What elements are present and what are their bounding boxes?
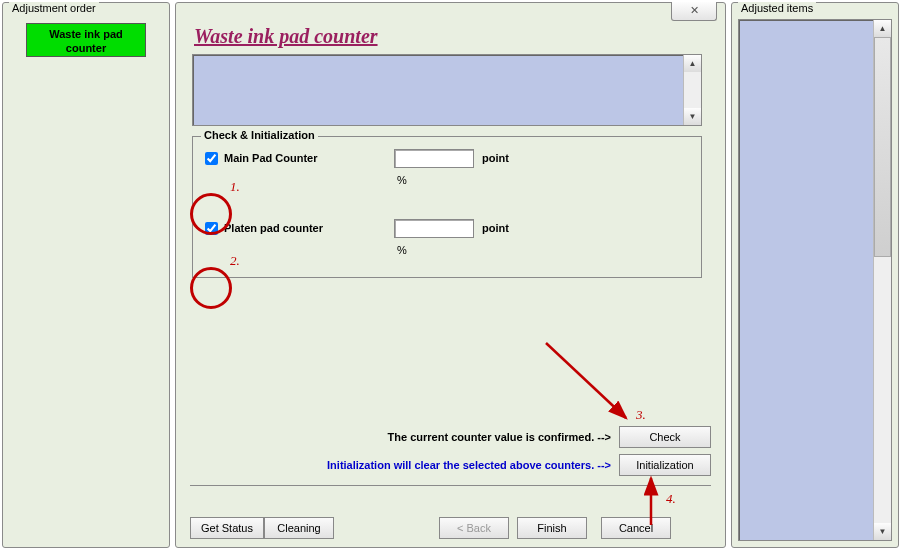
divider xyxy=(190,485,711,486)
scrollbar-thumb[interactable] xyxy=(874,37,891,257)
main-pad-point-unit: point xyxy=(482,152,509,164)
log-listbox[interactable]: ▲ ▼ xyxy=(192,54,702,126)
window-close-button[interactable]: ✕ xyxy=(671,2,717,21)
adjustment-order-title: Adjustment order xyxy=(9,2,99,14)
platen-pad-row: Platen pad counter point xyxy=(201,217,693,239)
main-panel: ✕ Waste ink pad counter ▲ ▼ Check & Init… xyxy=(175,2,726,548)
adjustment-order-panel: Adjustment order Waste ink pad counter xyxy=(2,2,170,548)
init-message: Initialization will clear the selected a… xyxy=(327,459,611,471)
main-pad-row: Main Pad Counter point xyxy=(201,147,693,169)
initialization-button[interactable]: Initialization xyxy=(619,454,711,476)
annotation-label-4: 4. xyxy=(666,491,676,507)
annotation-label-3: 3. xyxy=(636,407,646,423)
platen-pad-point-unit: point xyxy=(482,222,509,234)
scroll-down-icon[interactable]: ▼ xyxy=(684,108,701,125)
main-pad-pct-row: % xyxy=(397,169,693,191)
scroll-down-icon[interactable]: ▼ xyxy=(874,523,891,540)
adjusted-items-listbox[interactable]: ▲ ▼ xyxy=(738,19,892,541)
log-scrollbar[interactable]: ▲ ▼ xyxy=(683,55,701,125)
close-icon: ✕ xyxy=(690,4,699,16)
scroll-up-icon[interactable]: ▲ xyxy=(684,55,701,72)
check-init-group: Check & Initialization Main Pad Counter … xyxy=(192,136,702,278)
main-pad-point-value xyxy=(394,149,474,168)
main-pad-label: Main Pad Counter xyxy=(224,152,394,164)
platen-pad-label: Platen pad counter xyxy=(224,222,394,234)
group-legend: Check & Initialization xyxy=(201,129,318,141)
back-button[interactable]: < Back xyxy=(439,517,509,539)
scroll-up-icon[interactable]: ▲ xyxy=(874,20,891,37)
platen-pad-pct-unit: % xyxy=(397,244,407,256)
get-status-button[interactable]: Get Status xyxy=(190,517,264,539)
platen-pad-checkbox[interactable] xyxy=(205,222,218,235)
svg-line-0 xyxy=(546,343,626,418)
waste-ink-pad-counter-button[interactable]: Waste ink pad counter xyxy=(26,23,146,57)
adjusted-items-title: Adjusted items xyxy=(738,2,816,14)
cancel-button[interactable]: Cancel xyxy=(601,517,671,539)
page-title: Waste ink pad counter xyxy=(194,25,711,48)
main-pad-pct-unit: % xyxy=(397,174,407,186)
check-button[interactable]: Check xyxy=(619,426,711,448)
finish-button[interactable]: Finish xyxy=(517,517,587,539)
bottom-toolbar: Get Status Cleaning < Back Finish Cancel xyxy=(190,517,711,539)
adjusted-items-panel: Adjusted items ▲ ▼ xyxy=(731,2,899,548)
platen-pad-point-value xyxy=(394,219,474,238)
cleaning-button[interactable]: Cleaning xyxy=(264,517,334,539)
platen-pad-pct-row: % xyxy=(397,239,693,261)
confirm-message: The current counter value is confirmed. … xyxy=(388,431,611,443)
main-pad-checkbox[interactable] xyxy=(205,152,218,165)
